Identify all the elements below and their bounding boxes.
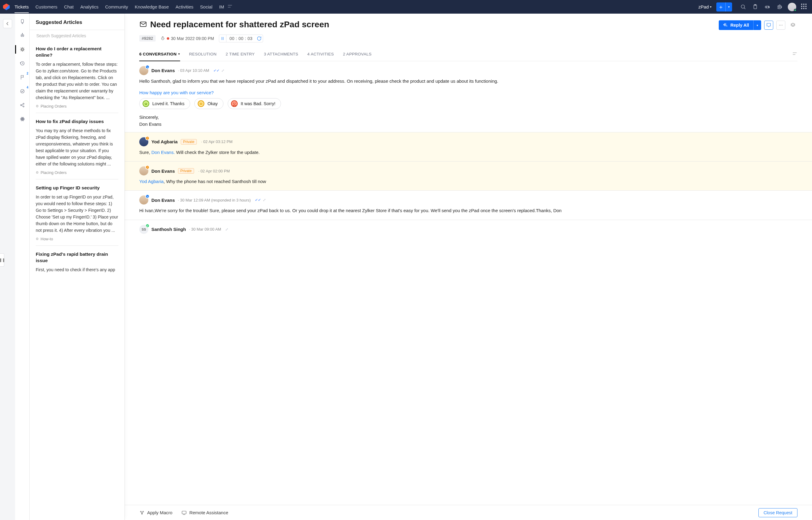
svg-point-10 (768, 7, 769, 7)
feedback-bad-button[interactable]: It was Bad. Sorry! (228, 98, 281, 109)
direction-badge-icon: ↘ (145, 194, 149, 199)
expand-icon[interactable]: ⤢ (221, 69, 224, 73)
article-item[interactable]: How to fix zPad display issues You may t… (36, 113, 118, 179)
rail-share-icon[interactable] (19, 102, 26, 109)
article-item[interactable]: Fixing zPad's rapid battery drain issue … (36, 246, 118, 280)
svg-point-36 (22, 119, 23, 120)
svg-point-18 (22, 33, 23, 34)
avatar: ↗ (139, 137, 148, 146)
reply-all-label: Reply All (730, 23, 749, 28)
subtab-approvals[interactable]: 2 APPROVALS (343, 49, 372, 61)
direction-badge-icon: ↙ (145, 224, 149, 228)
nav-chat[interactable]: Chat (64, 1, 74, 13)
neutral-face-icon (198, 100, 204, 107)
expand-icon[interactable]: ⤢ (263, 198, 266, 202)
search-icon[interactable] (739, 3, 747, 11)
article-item[interactable]: Setting up Finger ID security In order t… (36, 179, 118, 246)
articles-search-input[interactable] (36, 33, 118, 38)
feedback-okay-button[interactable]: Okay (194, 98, 223, 109)
article-snippet: To order a replacement, follow these ste… (36, 61, 118, 101)
subtab-resolution[interactable]: RESOLUTION (189, 49, 217, 61)
comment-icon-button[interactable] (764, 21, 773, 30)
svg-rect-12 (21, 19, 24, 23)
department-switcher[interactable]: zPad ▾ (698, 4, 711, 9)
direction-badge-icon: ↘ (145, 65, 149, 69)
timer-widget: 00 : 00 : 03 (219, 34, 263, 43)
nav-customers[interactable]: Customers (35, 1, 58, 13)
nav-kb[interactable]: Knowledge Base (135, 1, 169, 13)
private-tag: Private (178, 168, 194, 174)
mention-link[interactable]: Yod Agbaria (139, 179, 164, 184)
conversation-item[interactable]: ↘ Don Evans · 30 Mar 12:09 AM (responded… (125, 190, 812, 219)
avatar: ↘ (139, 196, 148, 205)
rail-history-icon[interactable] (19, 60, 26, 67)
rail-extensions-icon[interactable] (19, 115, 26, 123)
sender-name: Don Evans (151, 168, 175, 174)
rail-ai-bot-icon[interactable] (19, 32, 26, 39)
nav-overflow-icon[interactable] (227, 3, 233, 10)
subtab-time-entry[interactable]: 2 TIME ENTRY (226, 49, 255, 61)
chevron-down-icon: ▾ (710, 5, 711, 8)
conversation-item[interactable]: ↗ Yod Agbaria Private · 02 Apr 03:12 PM … (125, 132, 812, 161)
expand-icon[interactable]: ⤢ (225, 227, 228, 232)
article-item[interactable]: How do I order a replacement online? To … (36, 40, 118, 113)
apps-grid-icon[interactable] (801, 4, 808, 10)
conversation-item[interactable]: ↘ Don Evans · 03 Apr 10:10 AM ✔✔ ⤢ Hello… (125, 61, 812, 132)
rail-suggested-articles-icon[interactable] (19, 46, 26, 53)
nav-social[interactable]: Social (200, 1, 213, 13)
panel-drag-handle[interactable]: ❚❚ (0, 253, 4, 267)
subtab-attachments[interactable]: 3 ATTACHMENTS (264, 49, 298, 61)
reply-caret-button[interactable]: ▾ (753, 20, 761, 30)
article-title: Fixing zPad's rapid battery drain issue (36, 251, 118, 264)
message-body: Yod Agbaria, Why the phone has not reach… (139, 178, 797, 185)
chevron-down-icon: ▾ (178, 52, 180, 55)
subtab-activities[interactable]: 4 ACTIVITIES (307, 49, 334, 61)
subtab-conversation[interactable]: 6 CONVERSATION▾ (139, 49, 180, 61)
remote-assistance-label: Remote Assistance (189, 510, 228, 515)
svg-line-34 (22, 104, 23, 105)
reply-all-button[interactable]: Reply All (719, 20, 753, 30)
ticket-side-rail: 2 4 (15, 14, 30, 520)
timer-pause-button[interactable] (219, 35, 226, 42)
ticket-header: Need replacement for shattered zPad scre… (125, 14, 812, 61)
feedback-loved-button[interactable]: Loved it. Thanks (139, 98, 190, 109)
sender-name: Yod Agbaria (151, 139, 178, 144)
rail-approvals-icon[interactable]: 4 (19, 87, 26, 95)
mention-link[interactable]: Don Evans. (151, 150, 175, 155)
add-button-group: ＋ ▾ (716, 2, 732, 11)
back-button[interactable] (3, 19, 12, 28)
article-snippet: First, you need to check if there's any … (36, 266, 118, 273)
clipboard-icon[interactable] (751, 3, 759, 11)
close-request-button[interactable]: Close Request (758, 508, 797, 517)
svg-rect-53 (182, 511, 187, 514)
timer-refresh-button[interactable] (255, 36, 263, 41)
nav-activities[interactable]: Activities (176, 1, 193, 13)
apply-macro-button[interactable]: Apply Macro (139, 510, 172, 516)
conversation-item[interactable]: ↗ Don Evans Private · 02 Apr 02:00 PM Yo… (125, 161, 812, 190)
svg-point-16 (22, 35, 23, 36)
article-title: How to fix zPad display issues (36, 119, 118, 125)
remote-assistance-button[interactable]: Remote Assistance (181, 510, 228, 516)
article-snippet: You may try any of these methods to fix … (36, 127, 118, 167)
nav-community[interactable]: Community (105, 1, 128, 13)
rail-properties-icon[interactable] (19, 18, 26, 25)
subtabs-more-icon[interactable] (792, 49, 797, 61)
rail-approvals-badge: 4 (27, 86, 28, 89)
nav-analytics[interactable]: Analytics (80, 1, 99, 13)
add-button-caret[interactable]: ▾ (725, 2, 732, 11)
layers-icon[interactable] (788, 21, 797, 30)
nav-tickets[interactable]: Tickets (15, 1, 29, 13)
nav-im[interactable]: IM (219, 1, 224, 13)
svg-line-25 (23, 51, 24, 51)
left-collapse-column (0, 14, 15, 520)
gamepad-icon[interactable] (763, 3, 772, 11)
add-button[interactable]: ＋ (716, 2, 725, 11)
rail-flag-icon[interactable]: 2 (19, 74, 26, 81)
conversation-item[interactable]: SS ↙ Santhosh Singh · 30 Mar 09:00 AM ⤢ (125, 220, 812, 234)
message-timestamp: 03 Apr 10:10 AM (180, 68, 209, 73)
article-category: Placing Orders (36, 104, 118, 108)
more-actions-button[interactable]: ··· (776, 21, 785, 30)
gear-icon[interactable] (775, 3, 784, 11)
svg-point-19 (22, 49, 23, 50)
current-user-avatar[interactable] (788, 3, 796, 11)
